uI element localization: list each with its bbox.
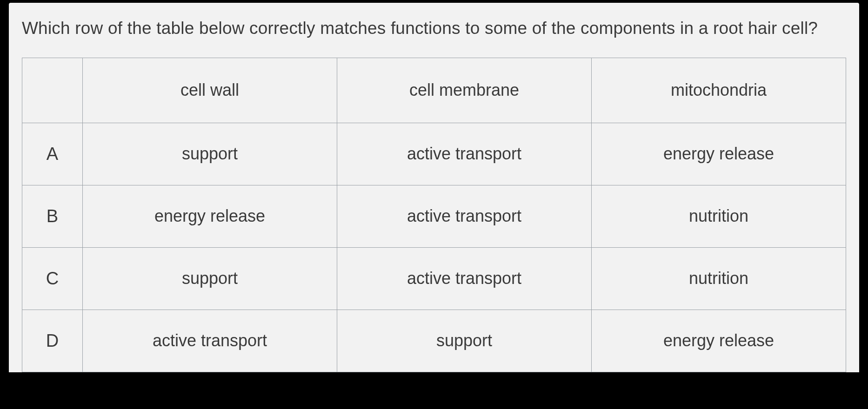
cell: energy release	[83, 185, 337, 247]
options-table: cell wall cell membrane mitochondria A s…	[22, 58, 846, 372]
table-row[interactable]: A support active transport energy releas…	[22, 123, 846, 185]
cell: support	[83, 123, 337, 185]
table-row[interactable]: B energy release active transport nutrit…	[22, 185, 846, 247]
cell: active transport	[83, 310, 337, 372]
table-row[interactable]: C support active transport nutrition	[22, 247, 846, 310]
cell: energy release	[592, 310, 846, 372]
cell: active transport	[337, 123, 592, 185]
cell: support	[337, 310, 592, 372]
header-blank	[22, 58, 83, 123]
header-mitochondria: mitochondria	[592, 58, 846, 123]
row-label-A: A	[22, 123, 83, 185]
cell: active transport	[337, 247, 592, 310]
cell: energy release	[592, 123, 846, 185]
cell: active transport	[337, 185, 592, 247]
row-label-C: C	[22, 247, 83, 310]
header-cell-membrane: cell membrane	[337, 58, 592, 123]
table-header-row: cell wall cell membrane mitochondria	[22, 58, 846, 123]
cell: support	[83, 247, 337, 310]
row-label-B: B	[22, 185, 83, 247]
row-label-D: D	[22, 310, 83, 372]
question-text: Which row of the table below correctly m…	[22, 16, 846, 41]
table-row[interactable]: D active transport support energy releas…	[22, 310, 846, 372]
cell: nutrition	[592, 185, 846, 247]
header-cell-wall: cell wall	[83, 58, 337, 123]
cell: nutrition	[592, 247, 846, 310]
question-card: Which row of the table below correctly m…	[9, 3, 859, 372]
